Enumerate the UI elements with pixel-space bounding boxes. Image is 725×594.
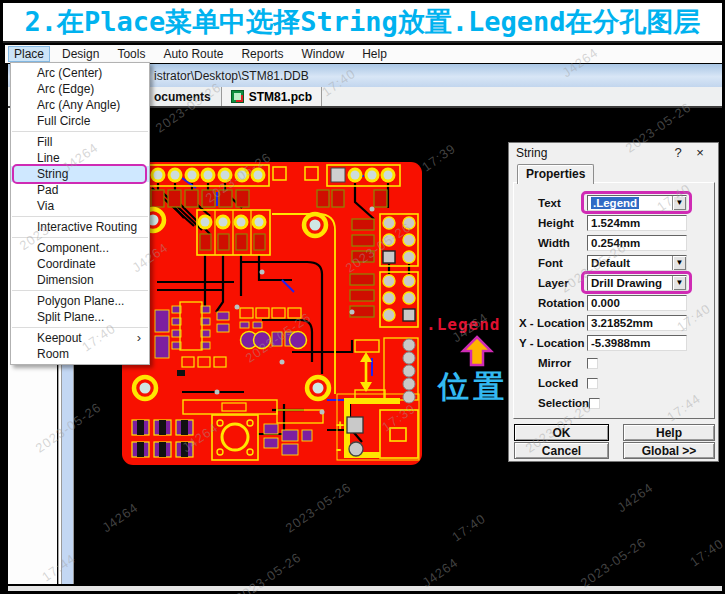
legend-annotation: .Legend xyxy=(426,315,500,334)
font-dropdown[interactable]: Default ▼ xyxy=(587,255,687,271)
field-row-font: Font Default ▼ xyxy=(514,255,714,271)
menu-item-polygon-plane[interactable]: Polygon Plane... xyxy=(11,293,149,309)
dropdown-arrow-icon[interactable]: ▼ xyxy=(672,256,686,270)
layer-label: Layer xyxy=(538,277,587,289)
field-row-width: Width 0.254mm xyxy=(514,235,714,251)
ok-button[interactable]: OK xyxy=(514,424,609,441)
menu-item-arc-edge[interactable]: Arc (Edge) xyxy=(11,81,149,97)
menu-item-keepout[interactable]: Keepout› xyxy=(11,330,149,346)
tab-properties[interactable]: Properties xyxy=(517,164,594,184)
rotation-input[interactable]: 0.000 xyxy=(587,295,687,311)
battery-plus-label: + xyxy=(336,417,344,433)
screenshot-root: 2.在Place菜单中选择String放置.Legend在分孔图层 PlaceD… xyxy=(0,0,725,594)
menu-separator xyxy=(12,327,148,328)
menu-item-via[interactable]: Via xyxy=(11,198,149,214)
y-location-label: Y - Location xyxy=(519,337,587,349)
menubar-item-reports[interactable]: Reports xyxy=(235,46,289,62)
field-row-selection: Selection xyxy=(514,395,714,411)
menu-item-full-circle[interactable]: Full Circle xyxy=(11,113,149,129)
menu-item-pad[interactable]: Pad xyxy=(11,182,149,198)
dialog-title-bar[interactable]: String ? × xyxy=(509,143,718,162)
banner-title: 2.在Place菜单中选择String放置.Legend在分孔图层 xyxy=(24,4,700,40)
status-strip xyxy=(8,586,722,591)
dialog-help-icon[interactable]: ? xyxy=(667,145,689,160)
cancel-button[interactable]: Cancel xyxy=(514,442,609,459)
menu-separator xyxy=(12,216,148,217)
selection-label: Selection xyxy=(538,397,589,409)
field-row-layer: Layer Drill Drawing ▼ xyxy=(514,275,714,291)
menubar-item-tools[interactable]: Tools xyxy=(111,46,151,62)
help-button[interactable]: Help xyxy=(623,424,715,441)
layer-dropdown[interactable]: Drill Drawing ▼ xyxy=(587,275,687,291)
menubar-item-help[interactable]: Help xyxy=(356,46,393,62)
field-row-y-location: Y - Location -5.3988mm xyxy=(514,335,714,351)
menu-item-component[interactable]: Component... xyxy=(11,240,149,256)
width-label: Width xyxy=(538,237,587,249)
menu-separator xyxy=(12,237,148,238)
tab-stm81-pcb[interactable]: STM81.pcb xyxy=(221,87,322,106)
menu-item-coordinate[interactable]: Coordinate xyxy=(11,256,149,272)
field-row-text: Text .Legend ▼ xyxy=(514,195,714,211)
y-location-input[interactable]: -5.3988mm xyxy=(587,335,687,351)
menu-separator xyxy=(12,131,148,132)
menu-item-room[interactable]: Room xyxy=(11,346,149,362)
locked-checkbox[interactable] xyxy=(587,378,598,389)
menu-item-string[interactable]: String xyxy=(11,166,149,182)
x-location-input[interactable]: 3.21852mm xyxy=(587,315,687,331)
text-label: Text xyxy=(538,197,587,209)
close-icon[interactable]: × xyxy=(689,145,711,160)
x-location-label: X - Location xyxy=(519,317,587,329)
locked-label: Locked xyxy=(538,377,587,389)
menubar-item-window[interactable]: Window xyxy=(295,46,350,62)
dialog-tab-page: Text .Legend ▼ Height 1.524mm Width 0.25… xyxy=(513,182,715,419)
menubar-item-place[interactable]: Place xyxy=(8,46,50,62)
rotation-label: Rotation xyxy=(538,297,587,309)
field-row-height: Height 1.524mm xyxy=(514,215,714,231)
tab-stm81-label: STM81.pcb xyxy=(249,90,312,104)
menu-item-dimension[interactable]: Dimension xyxy=(11,272,149,288)
string-dialog: String ? × Properties Text .Legend ▼ Hei… xyxy=(508,142,719,462)
position-annotation: 位置 xyxy=(438,366,508,408)
text-dropdown[interactable]: .Legend ▼ xyxy=(587,195,687,211)
menu-separator xyxy=(12,290,148,291)
field-row-mirror: Mirror xyxy=(514,355,714,371)
submenu-arrow-icon: › xyxy=(137,330,141,346)
menubar-item-auto-route[interactable]: Auto Route xyxy=(157,46,229,62)
menu-item-fill[interactable]: Fill xyxy=(11,134,149,150)
menu-bar: PlaceDesignToolsAuto RouteReportsWindowH… xyxy=(5,45,722,63)
global-button[interactable]: Global >> xyxy=(623,442,715,459)
pcb-board[interactable]: + - xyxy=(122,162,422,465)
mirror-checkbox[interactable] xyxy=(587,358,598,369)
battery-minus-label: - xyxy=(336,440,341,457)
menu-item-split-plane[interactable]: Split Plane... xyxy=(11,309,149,325)
field-row-locked: Locked xyxy=(514,375,714,391)
height-label: Height xyxy=(538,217,587,229)
selection-checkbox[interactable] xyxy=(589,398,600,409)
menu-item-interactive-routing[interactable]: Interactive Routing xyxy=(11,219,149,235)
dialog-title: String xyxy=(516,146,667,160)
mirror-label: Mirror xyxy=(538,357,587,369)
up-arrow-icon xyxy=(460,335,494,367)
dialog-buttons: OK Help Cancel Global >> xyxy=(514,424,715,460)
dropdown-arrow-icon[interactable]: ▼ xyxy=(672,196,686,210)
window-title-path: istrator\Desktop\STM81.DDB xyxy=(154,69,309,83)
menu-item-arc-center[interactable]: Arc (Center) xyxy=(11,65,149,81)
menubar-item-design[interactable]: Design xyxy=(56,46,105,62)
height-input[interactable]: 1.524mm xyxy=(587,215,687,231)
pcb-doc-icon xyxy=(231,90,244,103)
font-label: Font xyxy=(538,257,587,269)
place-menu: Arc (Center)Arc (Edge)Arc (Any Angle)Ful… xyxy=(10,62,150,365)
field-row-rotation: Rotation 0.000 xyxy=(514,295,714,311)
dropdown-arrow-icon[interactable]: ▼ xyxy=(672,276,686,290)
menu-item-arc-any-angle[interactable]: Arc (Any Angle) xyxy=(11,97,149,113)
field-row-x-location: X - Location 3.21852mm xyxy=(514,315,714,331)
width-input[interactable]: 0.254mm xyxy=(587,235,687,251)
title-banner: 2.在Place菜单中选择String放置.Legend在分孔图层 xyxy=(3,3,722,43)
menu-item-line[interactable]: Line xyxy=(11,150,149,166)
